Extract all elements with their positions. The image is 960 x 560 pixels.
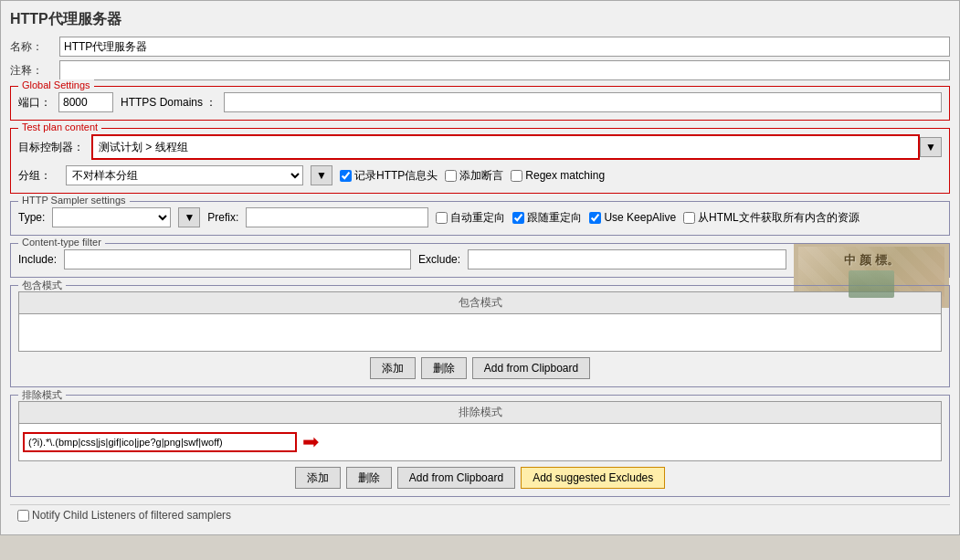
subgroup-select[interactable]: 不对样本分组: [66, 165, 303, 185]
target-label: 目标控制器：: [18, 140, 91, 155]
include-mode-table: 包含模式: [18, 291, 942, 352]
type-dropdown-arrow[interactable]: ▼: [178, 207, 200, 227]
include-delete-button[interactable]: 删除: [421, 357, 467, 379]
watermark-title: 中 颜 標。: [844, 252, 898, 269]
include-mode-header: 包含模式: [19, 292, 941, 314]
follow-redirect-checkbox[interactable]: [512, 212, 524, 224]
regex-checkbox[interactable]: [511, 170, 522, 182]
port-label: 端口：: [18, 95, 51, 111]
sampler-settings-row: Type: ▼ Prefix: 自动重定向 跟随重定向 Use KeepAliv…: [18, 207, 942, 227]
test-plan-group: Test plan content 目标控制器： ▼ 分组： 不对样本分组 ▼ …: [10, 128, 950, 194]
comment-label: 注释：: [10, 63, 56, 79]
prefix-label: Prefix:: [207, 211, 238, 224]
include-input[interactable]: [64, 249, 411, 269]
subgroup-row: 分组： 不对样本分组 ▼ 记录HTTP信息头 添加断言 Regex matchi…: [18, 165, 942, 185]
include-mode-label: 包含模式: [18, 279, 66, 292]
type-select[interactable]: [52, 207, 171, 227]
exclude-mode-buttons: 添加 删除 Add from Clipboard Add suggested E…: [18, 467, 942, 489]
exclude-delete-button[interactable]: 删除: [346, 467, 392, 489]
global-settings-label: Global Settings: [18, 79, 94, 90]
comment-input[interactable]: [59, 60, 950, 80]
type-label: Type:: [18, 211, 45, 224]
notify-checkbox-label[interactable]: Notify Child Listeners of filtered sampl…: [17, 509, 943, 522]
assertion-checkbox[interactable]: [445, 170, 457, 182]
main-panel: HTTP代理服务器 名称： 注释： Global Settings 端口： HT…: [0, 0, 960, 535]
notify-checkbox[interactable]: [17, 510, 29, 522]
keepalive-checkbox[interactable]: [589, 212, 601, 224]
retrieve-resources-label[interactable]: 从HTML文件获取所有内含的资源: [683, 210, 860, 226]
include-add-button[interactable]: 添加: [370, 357, 416, 379]
retrieve-resources-checkbox[interactable]: [683, 212, 695, 224]
include-label: Include:: [18, 253, 57, 266]
comment-row: 注释：: [10, 60, 950, 80]
notify-bar: Notify Child Listeners of filtered sampl…: [10, 504, 950, 525]
exclude-mode-table: 排除模式 ➡: [18, 401, 942, 461]
exclude-input[interactable]: [468, 249, 786, 269]
exclude-pattern-input[interactable]: [23, 432, 297, 452]
target-row: 目标控制器： ▼: [18, 134, 942, 160]
exclude-suggested-button[interactable]: Add suggested Excludes: [521, 467, 665, 489]
name-label: 名称：: [10, 39, 56, 55]
target-selector: ▼: [91, 134, 942, 160]
exclude-mode-group: 排除模式 排除模式 ➡ 添加 删除 Add from Clipboard Add…: [10, 395, 950, 497]
auto-redirect-checkbox[interactable]: [436, 212, 448, 224]
prefix-input[interactable]: [246, 207, 428, 227]
exclude-mode-body: ➡: [19, 424, 941, 460]
subgroup-label: 分组：: [18, 168, 58, 184]
exclude-label: Exclude:: [418, 253, 460, 266]
subgroup-dropdown-arrow[interactable]: ▼: [311, 165, 332, 185]
https-label: HTTPS Domains ：: [121, 95, 216, 111]
target-input[interactable]: [91, 134, 920, 160]
arrow-indicator: ➡: [302, 430, 319, 454]
exclude-clipboard-button[interactable]: Add from Clipboard: [397, 467, 515, 489]
exclude-mode-header: 排除模式: [19, 402, 941, 424]
sampler-settings-group: HTTP Sampler settings Type: ▼ Prefix: 自动…: [10, 201, 950, 236]
checkbox-http-header[interactable]: 记录HTTP信息头: [340, 168, 438, 184]
exclude-mode-label: 排除模式: [18, 388, 66, 402]
content-filter-label: Content-type filter: [18, 237, 105, 248]
include-mode-body: [19, 314, 941, 351]
page-title: HTTP代理服务器: [10, 10, 950, 29]
http-header-checkbox[interactable]: [340, 170, 352, 182]
keepalive-label[interactable]: Use KeepAlive: [589, 211, 676, 224]
port-input[interactable]: [58, 92, 113, 112]
content-filter-group: Content-type filter Include: Exclude: 中 …: [10, 243, 950, 278]
global-settings-group: Global Settings 端口： HTTPS Domains ：: [10, 86, 950, 121]
name-row: 名称：: [10, 37, 950, 57]
name-input[interactable]: [59, 37, 950, 57]
https-input[interactable]: [224, 92, 942, 112]
global-settings-row: 端口： HTTPS Domains ：: [18, 92, 942, 112]
include-mode-group: 包含模式 包含模式 添加 删除 Add from Clipboard: [10, 285, 950, 387]
include-clipboard-button[interactable]: Add from Clipboard: [472, 357, 590, 379]
checkbox-assertion[interactable]: 添加断言: [445, 168, 503, 184]
follow-redirect-label[interactable]: 跟随重定向: [512, 210, 582, 226]
notify-text: Notify Child Listeners of filtered sampl…: [32, 509, 231, 522]
checkbox-regex[interactable]: Regex matching: [511, 169, 605, 182]
test-plan-label: Test plan content: [18, 122, 101, 132]
sampler-settings-label: HTTP Sampler settings: [18, 195, 130, 206]
exclude-pattern-row: ➡: [23, 430, 937, 454]
include-mode-buttons: 添加 删除 Add from Clipboard: [18, 357, 942, 379]
auto-redirect-label[interactable]: 自动重定向: [436, 210, 505, 226]
exclude-add-button[interactable]: 添加: [295, 467, 341, 489]
target-dropdown-arrow[interactable]: ▼: [920, 137, 942, 157]
